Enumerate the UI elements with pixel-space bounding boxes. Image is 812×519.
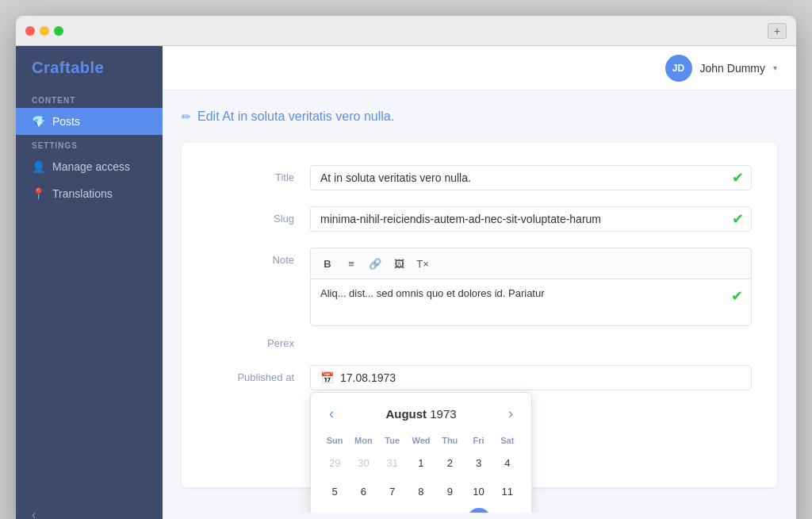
app-body: Craftable CONTENT 💎 Posts SETTINGS 👤 Man… [16, 46, 796, 519]
calendar-cell[interactable]: 14 [378, 506, 407, 513]
calendar-next-button[interactable]: › [500, 402, 522, 425]
sidebar-logo: Craftable [16, 46, 163, 90]
calendar-cell[interactable]: 4 [493, 448, 522, 477]
editor-text: Aliq... dist... sed omnis quo et dolores… [320, 287, 545, 299]
calendar-day-header: Mon [349, 432, 377, 448]
calendar-day-header: Wed [407, 432, 435, 448]
perex-field-label: Perex [207, 331, 310, 349]
traffic-lights [25, 26, 63, 36]
format-button[interactable]: T× [412, 253, 433, 274]
link-button[interactable]: 🔗 [365, 253, 385, 274]
titlebar: + [16, 16, 796, 46]
sidebar-item-posts[interactable]: 💎 Posts [16, 108, 163, 135]
calendar-day-header: Fri [464, 432, 492, 448]
calendar-popup: ‹ August 1973 › SunMonTueWedThu [310, 392, 532, 513]
slug-input[interactable] [310, 206, 752, 232]
calendar-cell[interactable]: 17 [464, 506, 492, 513]
perex-field: B ≡ 🔗 🖼 T× Aliq... dist... sed omnis quo… [310, 248, 752, 326]
collapse-icon: ‹ [32, 508, 36, 519]
published-at-label: Published at [207, 365, 310, 383]
sidebar-item-posts-label: Posts [52, 115, 80, 128]
content-section-label: CONTENT [16, 90, 163, 108]
calendar-day-header: Sat [493, 432, 522, 448]
perex-label-row: Perex [207, 331, 752, 349]
calendar-prev-button[interactable]: ‹ [320, 402, 343, 425]
calendar-cell[interactable]: 7 [378, 477, 407, 506]
calendar-cell[interactable]: 1 [407, 448, 435, 477]
user-name: John Dummy [700, 62, 765, 75]
editor-toolbar: B ≡ 🔗 🖼 T× [310, 248, 752, 279]
date-input[interactable]: 📅 17.08.1973 [310, 365, 752, 390]
sidebar-item-translations-label: Translations [52, 187, 113, 200]
page-header: ✏ Edit At in soluta veritatis vero nulla… [182, 110, 777, 124]
calendar-cell[interactable]: 2 [435, 448, 464, 477]
calendar-cell[interactable]: 13 [349, 506, 377, 513]
close-button[interactable] [25, 26, 35, 36]
sidebar-item-manage-access[interactable]: 👤 Manage access [16, 153, 163, 180]
slug-label: Slug [207, 206, 310, 225]
calendar-cell[interactable]: 9 [435, 477, 464, 506]
perex-row: Note B ≡ 🔗 🖼 T× Aliq... dist... sed omni… [207, 248, 752, 326]
sidebar: Craftable CONTENT 💎 Posts SETTINGS 👤 Man… [16, 46, 163, 519]
sidebar-collapse-button[interactable]: ‹ [16, 495, 163, 519]
page-title: Edit At in soluta veritatis vero nulla. [197, 110, 394, 124]
perex-check-icon: ✔ [731, 287, 743, 305]
title-row: Title ✔ [207, 165, 752, 190]
diamond-icon: 💎 [32, 115, 44, 128]
align-button[interactable]: ≡ [341, 253, 362, 274]
image-button[interactable]: 🖼 [389, 253, 409, 274]
perex-label: Note [207, 248, 310, 266]
calendar-header: ‹ August 1973 › [320, 402, 522, 425]
calendar-cell[interactable]: 6 [349, 477, 377, 506]
calendar-cell[interactable]: 29 [320, 448, 349, 477]
bold-button[interactable]: B [317, 253, 338, 274]
calendar-day-header: Thu [435, 432, 464, 448]
date-value: 17.08.1973 [340, 371, 396, 384]
calendar-cell[interactable]: 5 [320, 477, 349, 506]
calendar-day-header: Tue [378, 432, 407, 448]
settings-section-label: SETTINGS [16, 135, 163, 153]
calendar-cell[interactable]: 30 [349, 448, 377, 477]
calendar-cell[interactable]: 31 [378, 448, 407, 477]
calendar-cell[interactable]: 3 [464, 448, 492, 477]
published-at-row: Published at 📅 17.08.1973 ‹ [207, 365, 752, 390]
avatar: JD [665, 55, 692, 82]
user-icon: 👤 [32, 160, 44, 173]
calendar-cell[interactable]: 12 [320, 506, 349, 513]
calendar-cell[interactable]: 18 [493, 506, 522, 513]
calendar-cell[interactable]: 8 [407, 477, 435, 506]
slug-field: ✔ [310, 206, 752, 232]
calendar-cell[interactable]: 16 [435, 506, 464, 513]
form-card: Title ✔ Slug ✔ [182, 143, 777, 487]
maximize-button[interactable] [54, 26, 63, 36]
app-window: + Craftable CONTENT 💎 Posts SETTINGS 👤 M… [16, 16, 796, 519]
new-tab-button[interactable]: + [768, 23, 787, 39]
title-label: Title [207, 165, 310, 183]
calendar-grid: SunMonTueWedThuFriSat 293031123456789101… [320, 432, 522, 513]
edit-icon: ✏ [182, 110, 191, 123]
published-at-field: 📅 17.08.1973 ‹ August 1973 [310, 365, 752, 390]
title-check-icon: ✔ [732, 169, 744, 186]
minimize-button[interactable] [40, 26, 49, 36]
calendar-day-header: Sun [320, 432, 349, 448]
top-header: JD John Dummy ▾ [163, 46, 796, 90]
pin-icon: 📍 [32, 187, 44, 200]
main-area: JD John Dummy ▾ ✏ Edit At in soluta veri… [163, 46, 796, 519]
user-menu[interactable]: JD John Dummy ▾ [665, 55, 777, 82]
calendar-cell[interactable]: 10 [464, 477, 492, 506]
slug-row: Slug ✔ [207, 206, 752, 232]
slug-check-icon: ✔ [732, 210, 744, 228]
calendar-icon: 📅 [320, 371, 334, 384]
powered-by: Powered by Craftable [163, 513, 796, 519]
title-field: ✔ [310, 165, 752, 190]
user-dropdown-arrow: ▾ [773, 63, 777, 72]
editor-content[interactable]: Aliq... dist... sed omnis quo et dolores… [310, 279, 752, 326]
sidebar-item-translations[interactable]: 📍 Translations [16, 180, 163, 207]
title-input[interactable] [310, 165, 752, 190]
calendar-month-year: August 1973 [385, 407, 456, 421]
sidebar-item-manage-access-label: Manage access [52, 160, 130, 173]
content-area: ✏ Edit At in soluta veritatis vero nulla… [163, 90, 796, 513]
calendar-cell[interactable]: 15 [407, 506, 435, 513]
calendar-cell[interactable]: 11 [493, 477, 522, 506]
